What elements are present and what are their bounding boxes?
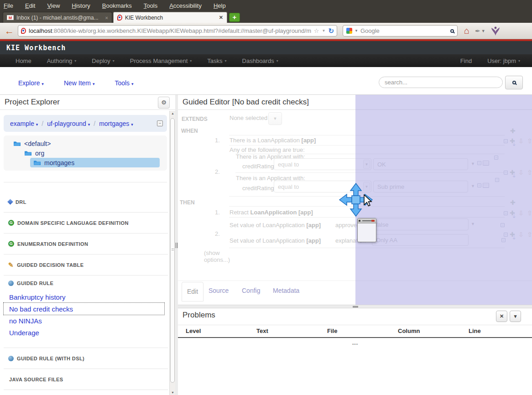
section-guided-decision-table[interactable]: ✎ GUIDED DECISION TABLE <box>4 255 168 275</box>
package-tree: <default> org mortgages <box>4 135 167 171</box>
folder-icon <box>34 160 41 165</box>
tab-source[interactable]: Source <box>209 287 229 294</box>
browser-search-bar[interactable]: ▼ Google <box>343 25 458 36</box>
section-drl[interactable]: DRL <box>4 192 168 213</box>
file-underage[interactable]: Underage <box>4 327 168 338</box>
subnav-explore[interactable]: Explore ▾ <box>18 79 44 87</box>
nav-dashboards[interactable]: Dashboards▾ <box>242 57 278 64</box>
file-no-bad-credit-checks[interactable]: No bad credit checks <box>4 303 164 315</box>
menu-tools[interactable]: Tools <box>144 2 157 9</box>
column-line: Line <box>461 325 532 337</box>
google-logo-icon <box>346 28 352 34</box>
project-explorer-header: Project Explorer ⚙ <box>0 95 175 110</box>
subnav-new-item[interactable]: New Item ▾ <box>64 79 95 87</box>
section-guided-rule-with-dsl[interactable]: GUIDED RULE (WITH DSL) <box>4 348 168 369</box>
gear-icon[interactable]: ⚙ <box>158 97 170 109</box>
kie-favicon <box>21 28 26 34</box>
rule-sphere-icon <box>8 281 14 286</box>
url-dropdown-icon[interactable]: ▼ <box>322 29 326 33</box>
extends-dropdown-button[interactable]: ▼ <box>268 112 282 125</box>
menu-edit[interactable]: Edit <box>25 2 35 9</box>
extends-value: None selected <box>229 114 267 121</box>
url-host: localhost <box>29 27 52 34</box>
menu-history[interactable]: History <box>72 2 90 9</box>
subnav-tools[interactable]: Tools ▾ <box>115 79 133 87</box>
home-icon[interactable]: ⌂ <box>464 26 469 36</box>
nav-tasks[interactable]: Tasks▾ <box>207 57 226 64</box>
url-path: :8080/kie-wb/org.kie.workbench.KIEWebapp… <box>52 27 311 34</box>
show-options-link[interactable]: (show options...) <box>204 249 234 263</box>
app-brand: KIE Workbench <box>6 44 66 52</box>
nav-deploy[interactable]: Deploy▾ <box>92 57 114 64</box>
search-input[interactable] <box>379 77 503 88</box>
set-value-action-1[interactable]: Set value of LoanApplication [app] <box>229 222 321 229</box>
collapse-icon[interactable]: − <box>157 120 163 126</box>
kie-workbench-screen: File Edit View History Bookmarks Tools A… <box>0 0 532 395</box>
addon-icon[interactable] <box>490 26 501 36</box>
chevron-down-icon: ▾ <box>276 59 278 63</box>
tab-close-icon[interactable]: × <box>105 15 108 21</box>
tree-item-org[interactable]: org <box>4 148 167 158</box>
breadcrumb-separator: / <box>42 120 43 127</box>
tab-config[interactable]: Config <box>242 287 260 294</box>
browser-tab-inbox[interactable]: M Inbox (1) - michael.anstis@gma... × <box>3 12 112 23</box>
tab-edit[interactable]: Edit <box>182 282 203 301</box>
dragged-panel-ghost <box>357 218 376 242</box>
section-enumeration-definition[interactable]: G ENUMERATION DEFINITION <box>4 234 168 255</box>
then-label: THEN <box>180 199 195 206</box>
menu-view[interactable]: View <box>47 2 60 9</box>
file-bankruptcy-history[interactable]: Bankruptcy history <box>4 291 168 303</box>
breadcrumb-project[interactable]: mortgages ▾ <box>99 120 133 127</box>
chevron-down-icon: ▾ <box>225 59 227 63</box>
app-header: KIE Workbench <box>0 41 532 54</box>
nav-process-management[interactable]: Process Management▾ <box>130 57 192 64</box>
section-dsl-definition[interactable]: G DOMAIN SPECIFIC LANGUAGE DEFINITION <box>4 213 168 234</box>
nav-authoring[interactable]: Authoring▾ <box>47 57 77 64</box>
chevron-down-icon: ▾ <box>93 82 95 86</box>
browser-tab-kie[interactable]: KIE Workbench ✕ <box>113 12 227 23</box>
tab-close-icon[interactable]: ✕ <box>219 15 223 21</box>
reload-icon[interactable]: ↻ <box>328 27 334 35</box>
menu-bookmarks[interactable]: Bookmarks <box>102 2 132 9</box>
explorer-scrollbar[interactable]: ▲ ▼ <box>169 111 175 395</box>
scrollbar-thumb[interactable] <box>170 118 175 383</box>
divider <box>4 182 167 182</box>
menu-help[interactable]: Help <box>214 2 226 9</box>
row-number: 2. <box>215 230 220 237</box>
chevron-down-icon: ▾ <box>518 59 520 63</box>
folder-icon <box>14 141 21 146</box>
asset-sections: DRL G DOMAIN SPECIFIC LANGUAGE DEFINITIO… <box>4 192 168 395</box>
set-value-action-2[interactable]: Set value of LoanApplication [app] <box>229 237 321 244</box>
nav-home[interactable]: Home <box>16 57 31 64</box>
breadcrumb-example[interactable]: example ▾ <box>10 120 38 127</box>
tree-item-default[interactable]: <default> <box>4 139 167 148</box>
section-java-source-files[interactable]: JAVA SOURCE FILES <box>4 369 168 390</box>
menu-file[interactable]: File <box>4 2 13 9</box>
menu-accessibility[interactable]: Accessibility <box>169 2 202 9</box>
back-button[interactable]: ← <box>5 26 14 36</box>
divider <box>4 338 168 348</box>
nav-find[interactable]: Find <box>460 57 472 64</box>
section-guided-rule[interactable]: GUIDED RULE <box>4 275 168 291</box>
chevron-down-icon[interactable]: ▾ <box>510 311 521 322</box>
field-label: creditRating <box>242 185 274 192</box>
nav-user-menu[interactable]: User: jbpm▾ <box>487 57 520 64</box>
retract-action[interactable]: Retract LoanApplication [app] <box>229 209 313 216</box>
toolbar-dropdown-icon[interactable]: ▼ <box>481 29 485 33</box>
when-pattern-1[interactable]: There is a LoanApplication [app] <box>229 137 316 144</box>
breadcrumb: example ▾ / uf-playground ▾ / mortgages … <box>4 115 167 132</box>
breadcrumb-repository[interactable]: uf-playground ▾ <box>47 120 90 127</box>
tree-item-mortgages-selected[interactable]: mortgages <box>30 158 160 167</box>
bookmarks-quill-icon[interactable]: ✒ <box>475 27 480 35</box>
chevron-down-icon: ▾ <box>131 82 134 86</box>
bookmark-star-icon[interactable]: ☆ <box>314 27 319 34</box>
search-button[interactable] <box>505 76 523 89</box>
url-bar[interactable]: localhost :8080/kie-wb/org.kie.workbench… <box>18 25 337 36</box>
close-icon[interactable]: ✕ <box>496 311 507 322</box>
file-no-ninjas[interactable]: no NINJAs <box>4 315 168 327</box>
tab-metadata[interactable]: Metadata <box>273 287 299 294</box>
new-tab-button[interactable]: + <box>229 13 240 22</box>
panel-splitter-horizontal[interactable] <box>178 305 532 308</box>
search-engine-dropdown-icon[interactable]: ▼ <box>355 29 358 33</box>
search-icon[interactable] <box>450 29 454 33</box>
